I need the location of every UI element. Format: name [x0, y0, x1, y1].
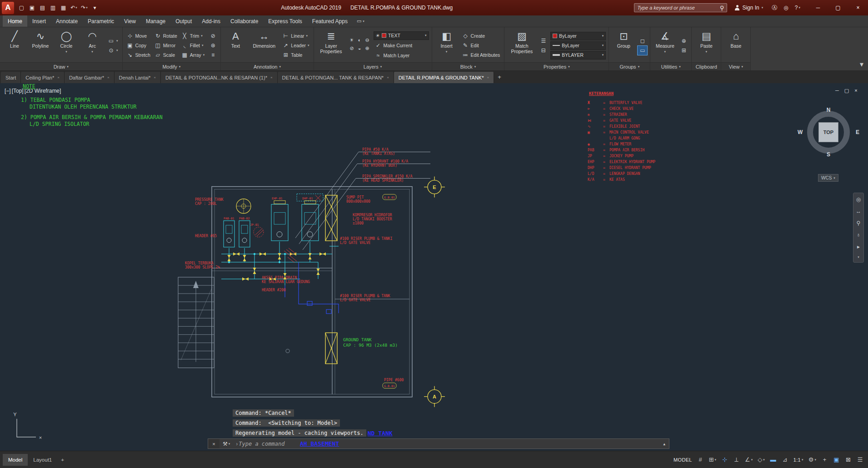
stretch-button[interactable]: ↘Stretch [125, 50, 152, 60]
viewcube[interactable]: TOP N S W E [804, 108, 853, 157]
isolate-objects-button[interactable]: ▣ [831, 454, 842, 465]
viewcube-north[interactable]: N [804, 107, 853, 113]
new-drawing-tab-button[interactable]: + [494, 71, 505, 83]
zoom-icon[interactable]: ⚲ [857, 220, 861, 226]
group-edit-button[interactable]: ▭ [638, 46, 647, 55]
pan-icon[interactable]: ↔ [856, 208, 861, 214]
trim-button[interactable]: ╳Trim▾ [180, 31, 206, 40]
customization-button[interactable]: ☰ [855, 454, 865, 465]
navbar-more-icon[interactable]: ▾ [858, 255, 859, 259]
edit-attributes-button[interactable]: ≔Edit Attributes [461, 50, 502, 60]
rotate-button[interactable]: ↻Rotate [153, 31, 179, 40]
viewport-minimize-control[interactable]: [−] [5, 88, 11, 94]
search-box[interactable]: ⚲ [634, 3, 727, 12]
maximize-button[interactable]: ▢ [828, 0, 848, 15]
lineweight-toggle[interactable]: ▬ [768, 454, 778, 465]
infer-constraints-toggle[interactable]: ⊹ [719, 454, 730, 465]
measure-button[interactable]: ∡Measure▾ [653, 29, 677, 62]
array-button[interactable]: ▦Array▾ [180, 50, 206, 60]
annotation-visibility-toggle[interactable]: ⊿ [780, 454, 790, 465]
model-space-button[interactable]: MODEL [672, 454, 694, 465]
close-icon[interactable]: × [154, 75, 156, 80]
annotation-panel-label[interactable]: Annotation▾ [221, 62, 313, 70]
model-space-viewport[interactable]: E A Y × PRESSURE TANK CAP : 200L HEADER … [0, 83, 868, 451]
layer-properties-button[interactable]: ≣Layer Properties [317, 29, 346, 62]
help-button[interactable]: ?▾ [795, 5, 800, 11]
doc-minimize-button[interactable]: ─ [835, 88, 839, 94]
model-tab[interactable]: Model [3, 454, 28, 466]
annotation-monitor-button[interactable]: + [819, 454, 830, 465]
stay-connected-icon[interactable]: ◎ [783, 5, 788, 11]
viewcube-top-face[interactable]: TOP [818, 122, 838, 142]
ortho-toggle[interactable]: ⟂ [731, 454, 742, 465]
orbit-icon[interactable]: ♁ [857, 232, 861, 238]
create-block-button[interactable]: ◇Create [461, 31, 502, 40]
rectangle-tool-button[interactable]: ▭▾ [106, 36, 120, 45]
snap-toggle[interactable]: ⊞▾ [707, 454, 718, 465]
layers-panel-label[interactable]: Layers▾ [314, 62, 432, 70]
ribbon-collapse-button[interactable]: ▾ [855, 60, 868, 70]
open-file-button[interactable]: ▣ [27, 3, 37, 13]
scale-button[interactable]: ▱Scale [153, 50, 179, 60]
command-customize-button[interactable]: ⚒▾ [219, 441, 233, 447]
clipboard-panel-label[interactable]: Clipboard [692, 62, 721, 70]
insert-block-button[interactable]: ◧Insert▾ [435, 29, 459, 62]
ribbon-display-toggle[interactable]: ▭▾ [353, 15, 369, 27]
fillet-button[interactable]: ◟Fillet▾ [180, 41, 206, 50]
workspace-button[interactable]: ⚙▾ [807, 454, 818, 465]
showmotion-icon[interactable]: ▸ [857, 244, 860, 250]
navigation-bar[interactable]: ◎ ↔ ⚲ ♁ ▸ ▾ [853, 193, 864, 263]
linear-dimension-button[interactable]: ⊢Linear▾ [281, 31, 310, 40]
command-close-button[interactable]: × [208, 439, 219, 448]
close-icon[interactable]: × [57, 75, 60, 80]
command-history-expand-button[interactable]: ▴ [659, 442, 669, 446]
layer-tool-icon[interactable]: ⊕ [365, 45, 369, 54]
search-icon[interactable]: ⚲ [720, 5, 724, 11]
file-tab[interactable]: Daftar Gambar*× [65, 72, 115, 83]
move-button[interactable]: ⊹Move [125, 31, 152, 40]
mirror-button[interactable]: ◫Mirror [153, 41, 179, 50]
object-snap-toggle[interactable]: ◇▾ [756, 454, 767, 465]
group-button[interactable]: ⊡Group [612, 29, 635, 62]
quick-calc-button[interactable]: ⊞ [679, 46, 688, 55]
layer-tool-icon[interactable]: ⊖ [365, 37, 369, 45]
doc-close-button[interactable]: × [854, 88, 857, 94]
edit-block-button[interactable]: ✎Edit [461, 41, 502, 50]
paste-button[interactable]: ▤Paste▾ [694, 29, 718, 62]
navigation-wheel-icon[interactable]: ◎ [856, 196, 861, 203]
lineweight-dropdown[interactable]: BYLAYER▾ [550, 51, 606, 60]
object-color-dropdown[interactable]: ByLayer▾ [550, 32, 606, 40]
view-panel-label[interactable]: View▾ [721, 62, 750, 70]
modify-more-button[interactable]: ≡ [208, 50, 218, 60]
utilities-panel-label[interactable]: Utilities▾ [650, 62, 691, 70]
close-button[interactable]: × [848, 0, 868, 15]
modify-panel-label[interactable]: Modify▾ [123, 62, 221, 70]
app-store-icon[interactable]: Ⓐ [772, 4, 777, 12]
undo-button[interactable]: ↶▾ [69, 3, 79, 13]
tab-insert[interactable]: Insert [27, 15, 51, 27]
minimize-button[interactable]: ─ [808, 0, 828, 15]
save-as-button[interactable]: ▥ [48, 3, 58, 13]
viewcube-south[interactable]: S [804, 151, 853, 158]
tab-addins[interactable]: Add-ins [197, 15, 225, 27]
dimension-button[interactable]: ↔Dimension [249, 29, 279, 62]
close-icon[interactable]: × [270, 75, 273, 80]
file-tab-start[interactable]: Start [1, 72, 21, 83]
autocad-logo[interactable]: A [2, 2, 14, 14]
annotation-scale-button[interactable]: 1:1▾ [792, 454, 805, 465]
close-icon[interactable]: × [487, 75, 489, 80]
tab-featured-apps[interactable]: Featured Apps [307, 15, 353, 27]
match-layer-button[interactable]: ≈Match Layer [374, 51, 429, 60]
block-panel-label[interactable]: Block▾ [432, 62, 504, 70]
layer-dropdown[interactable]: ☀TEXT▾ [374, 31, 429, 40]
copy-button[interactable]: ▣Copy [125, 41, 152, 50]
explode-button[interactable]: ⊛ [208, 41, 218, 50]
tab-view[interactable]: View [119, 15, 141, 27]
properties-panel-label[interactable]: Properties▾ [504, 62, 609, 70]
sign-in-button[interactable]: Sign In ▾ [734, 5, 763, 11]
viewcube-west[interactable]: W [798, 129, 803, 135]
clean-screen-button[interactable]: ⊠ [843, 454, 853, 465]
file-tab[interactable]: Denah Lantai*× [115, 72, 161, 83]
redo-button[interactable]: ↷▾ [80, 3, 89, 13]
tab-annotate[interactable]: Annotate [51, 15, 83, 27]
